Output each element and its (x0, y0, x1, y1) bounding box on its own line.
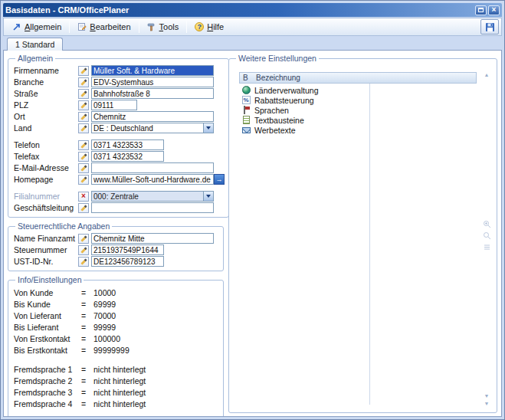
edit-telefon-button[interactable] (78, 140, 89, 150)
info-label: Fremdsprache 4 (14, 399, 81, 409)
group-weitere-einstellungen: Weitere Einstellungen B Bezeichnung Länd… (228, 54, 497, 413)
email-input[interactable] (91, 162, 214, 173)
red-x-icon: × (81, 192, 86, 200)
land-dropdown-button[interactable] (203, 123, 214, 133)
info-value: nicht hinterlegt (93, 365, 146, 374)
geschaeftsleitung-input[interactable] (91, 202, 214, 213)
edit-email-button[interactable] (78, 163, 89, 173)
close-button[interactable]: × (488, 5, 500, 15)
edit-steuernummer-button[interactable] (78, 245, 89, 255)
menu-tools[interactable]: Tools (141, 20, 185, 34)
edit-ustid-button[interactable] (78, 257, 89, 267)
edit-geschaeftsleitung-button[interactable] (78, 203, 89, 213)
content-area: Allgemein Firmenname Branche Straße (3, 50, 502, 417)
field-row-ort: Ort (14, 111, 225, 122)
info-value: nicht hinterlegt (93, 399, 146, 409)
edit-homepage-button[interactable] (78, 175, 89, 185)
edit-ort-button[interactable] (78, 112, 89, 122)
field-row-firmenname: Firmenname (14, 65, 225, 76)
filialnummer-combobox (91, 191, 214, 202)
grid-row-sprachen[interactable]: Sprachen (239, 105, 477, 115)
land-input[interactable] (91, 123, 203, 133)
steuernummer-input[interactable] (91, 244, 164, 255)
chevron-down-icon (206, 126, 211, 130)
tab-1-standard[interactable]: 1 Standard (7, 38, 63, 51)
menu-hilfe[interactable]: ? Hilfe (189, 20, 230, 34)
land-label: Land (14, 123, 78, 133)
save-button[interactable] (480, 19, 499, 34)
filialnummer-dropdown-button[interactable] (203, 191, 214, 202)
homepage-input[interactable] (91, 174, 214, 185)
menu-allgemein-label: Allgemein (25, 22, 61, 31)
finanzamt-input[interactable] (91, 233, 214, 244)
column-header-b[interactable]: B (240, 74, 254, 82)
edit-firmenname-button[interactable] (78, 66, 89, 76)
document-icon (243, 116, 250, 124)
grid-row-label: Sprachen (253, 106, 289, 115)
equals-sign: = (81, 365, 93, 374)
edit-telefax-button[interactable] (78, 152, 89, 162)
strasse-label: Straße (14, 89, 78, 98)
edit-finanzamt-button[interactable] (78, 234, 89, 244)
grid-header[interactable]: B Bezeichnung (239, 72, 477, 84)
telefon-input[interactable] (91, 139, 164, 150)
ort-input[interactable] (91, 111, 214, 122)
info-label: Von Lieferant (14, 311, 81, 320)
equals-sign: = (81, 334, 93, 343)
titlebar[interactable]: Basisdaten - CRM/OfficePlaner × (3, 3, 502, 17)
info-value: 100000 (93, 334, 120, 343)
grid-row-rabattsteuerung[interactable]: % Rabattsteuerung (239, 95, 477, 105)
branche-input[interactable] (91, 77, 214, 87)
homepage-label: Homepage (14, 175, 78, 184)
grid-scroll-bottom: ▼ ▼ (484, 393, 490, 406)
pencil-icon (80, 165, 87, 171)
grid-row-laenderverwaltung[interactable]: Länderverwaltung (239, 85, 477, 95)
field-row-plz: PLZ (14, 100, 225, 110)
steuernummer-label: Steuernummer (14, 245, 78, 254)
restore-button[interactable] (475, 5, 487, 15)
edit-land-button[interactable] (78, 123, 89, 133)
clear-filialnummer-button[interactable]: × (78, 192, 89, 202)
menubar: Allgemein Bearbeiten Tools ? Hilfe (3, 18, 502, 36)
group-info-legend: Info/Einstellungen (15, 275, 84, 284)
firmenname-input[interactable] (91, 65, 214, 76)
group-steuer: Steuerrechtliche Angaben Name Finanzamt … (8, 221, 224, 271)
info-row-bis-lieferant: Bis Lieferant = 99999 (14, 321, 219, 333)
edit-strasse-button[interactable] (78, 89, 89, 99)
equals-sign: = (81, 388, 93, 397)
group-allgemein-legend: Allgemein (15, 54, 55, 63)
scroll-up-icon[interactable]: ▲ (484, 72, 490, 77)
column-header-bezeichnung[interactable]: Bezeichnung (254, 74, 300, 82)
equals-sign: = (81, 323, 93, 332)
grid-row-werbetexte[interactable]: Werbetexte (239, 125, 477, 135)
ustid-input[interactable] (91, 256, 164, 267)
edit-plz-button[interactable] (78, 100, 89, 110)
filialnummer-input[interactable] (91, 191, 203, 202)
arrow-right-icon: → (216, 176, 223, 183)
grid-row-textbausteine[interactable]: Textbausteine (239, 115, 477, 125)
plz-input[interactable] (91, 100, 137, 110)
field-row-ustid: UST-ID-Nr. (14, 256, 219, 267)
pencil-icon (80, 205, 87, 211)
window-title: Basisdaten - CRM/OfficePlaner (5, 5, 474, 15)
menu-allgemein[interactable]: Allgemein (6, 20, 67, 34)
field-row-steuernummer: Steuernummer (14, 244, 219, 255)
zoom-in-icon[interactable] (483, 220, 491, 228)
telefax-input[interactable] (91, 151, 164, 162)
scroll-down-icon[interactable]: ▼ (484, 393, 490, 399)
pencil-icon (80, 125, 87, 131)
menu-separator (69, 21, 70, 33)
open-homepage-button[interactable]: → (214, 174, 225, 185)
land-combobox (91, 123, 214, 133)
list-icon[interactable] (483, 243, 491, 251)
info-value: 70000 (93, 311, 116, 320)
menu-bearbeiten-label: Bearbeiten (90, 22, 130, 31)
edit-branche-button[interactable] (78, 77, 89, 87)
info-row-von-erstkontakt: Von Erstkontakt = 100000 (14, 333, 219, 344)
scroll-end-icon[interactable]: ▼ (484, 401, 490, 406)
strasse-input[interactable] (91, 88, 214, 99)
menu-bearbeiten[interactable]: Bearbeiten (71, 20, 136, 34)
info-label: Fremdsprache 2 (14, 376, 81, 386)
magnifier-icon[interactable] (483, 231, 491, 240)
telefon-label: Telefon (14, 140, 78, 149)
